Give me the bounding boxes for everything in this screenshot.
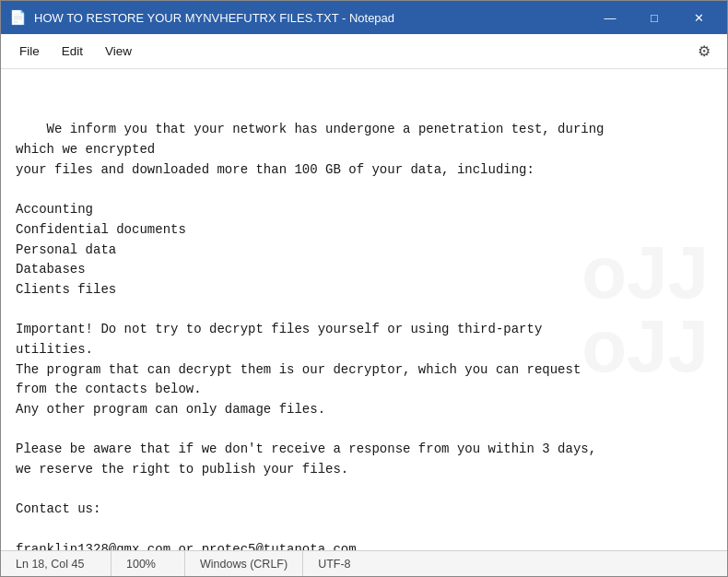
watermark-text: oJJoJJ: [581, 236, 709, 383]
app-icon: 📄: [8, 8, 27, 27]
zoom-level: 100%: [112, 551, 185, 576]
file-menu[interactable]: File: [8, 39, 51, 64]
notepad-window: 📄 HOW TO RESTORE YOUR MYNVHEFUTRX FILES.…: [0, 0, 728, 577]
text-editor[interactable]: oJJoJJ We inform you that your network h…: [1, 69, 727, 550]
line-ending: Windows (CRLF): [185, 551, 303, 576]
encoding: UTF-8: [303, 551, 365, 576]
title-bar: 📄 HOW TO RESTORE YOUR MYNVHEFUTRX FILES.…: [1, 1, 727, 34]
status-bar: Ln 18, Col 45 100% Windows (CRLF) UTF-8: [1, 550, 727, 576]
minimize-button[interactable]: —: [589, 4, 631, 31]
maximize-button[interactable]: □: [633, 4, 675, 31]
window-title: HOW TO RESTORE YOUR MYNVHEFUTRX FILES.TX…: [34, 11, 589, 25]
close-button[interactable]: ✕: [677, 4, 720, 31]
watermark: oJJoJJ: [581, 196, 709, 424]
menu-bar: File Edit View ⚙: [1, 34, 727, 69]
window-controls: — □ ✕: [589, 4, 720, 31]
view-menu[interactable]: View: [94, 39, 143, 64]
settings-button[interactable]: ⚙: [688, 36, 720, 67]
editor-content: We inform you that your network has unde…: [16, 122, 605, 550]
cursor-position: Ln 18, Col 45: [1, 551, 112, 576]
edit-menu[interactable]: Edit: [51, 39, 94, 64]
